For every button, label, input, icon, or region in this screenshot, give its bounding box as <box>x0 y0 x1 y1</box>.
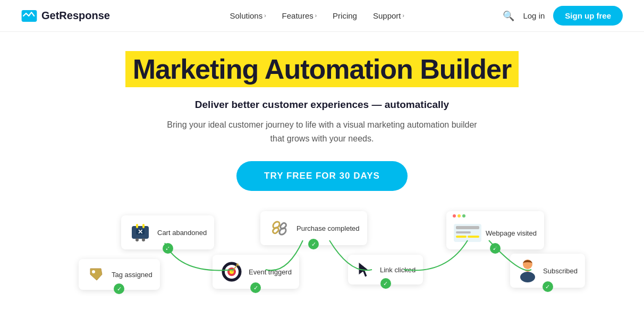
node-label: Link clicked <box>380 266 416 274</box>
nav-item-solutions[interactable]: Solutions › <box>224 7 273 24</box>
check-icon: ✓ <box>250 282 261 293</box>
nav-item-pricing[interactable]: Pricing <box>326 7 363 24</box>
node-webpage-visited: Webpage visited ✓ <box>446 211 544 249</box>
node-label: Tag assigned <box>112 271 152 279</box>
chain-icon <box>268 216 291 240</box>
hero-subtitle: Deliver better customer experiences — au… <box>195 99 449 111</box>
automation-preview: ✕ Cart abandoned ✓ Purchase completed ✓ <box>0 206 644 302</box>
webpage-dots <box>453 214 465 218</box>
check-icon: ✓ <box>490 243 501 254</box>
node-label: Subscribed <box>543 267 578 275</box>
svg-rect-3 <box>142 224 145 228</box>
nav-item-support[interactable]: Support › <box>367 7 411 24</box>
chevron-icon: › <box>264 13 266 19</box>
nav-links: Solutions › Features › Pricing Support › <box>131 7 503 24</box>
check-icon: ✓ <box>114 283 124 294</box>
svg-point-4 <box>135 238 139 241</box>
logo-icon <box>21 10 37 22</box>
nav-item-features[interactable]: Features › <box>276 7 324 24</box>
node-subscribed: Subscribed ✓ <box>510 254 585 288</box>
logo[interactable]: GetResponse <box>21 10 110 22</box>
node-tag-assigned: Tag assigned ✓ <box>79 259 160 290</box>
cart-icon: ✕ <box>129 221 152 244</box>
svg-text:✕: ✕ <box>138 228 143 236</box>
check-icon: ✓ <box>543 281 553 292</box>
svg-point-17 <box>92 270 95 273</box>
cursor-icon <box>355 260 375 279</box>
svg-rect-14 <box>456 231 471 233</box>
node-label: Event triggerd <box>249 268 292 276</box>
person-icon <box>518 259 538 282</box>
check-icon: ✓ <box>380 278 391 289</box>
nav-right: 🔍 Log in Sign up free <box>503 6 623 26</box>
svg-rect-16 <box>468 236 479 238</box>
login-link[interactable]: Log in <box>523 11 545 20</box>
svg-point-10 <box>272 221 281 230</box>
node-purchase-completed: Purchase completed ✓ <box>260 211 367 245</box>
node-label: Webpage visited <box>486 229 537 237</box>
logo-text: GetResponse <box>41 10 110 22</box>
target-icon <box>220 260 243 283</box>
check-icon: ✓ <box>308 239 319 249</box>
tag-icon <box>86 264 106 285</box>
hero-section: Marketing Automation Builder Deliver bet… <box>0 32 644 191</box>
navbar: GetResponse Solutions › Features › Prici… <box>0 0 644 32</box>
svg-point-5 <box>142 238 145 241</box>
svg-point-26 <box>520 272 535 282</box>
chevron-icon: › <box>403 13 404 19</box>
svg-rect-2 <box>136 224 138 228</box>
node-label: Purchase completed <box>296 224 360 232</box>
search-icon[interactable]: 🔍 <box>503 10 514 22</box>
svg-rect-13 <box>456 226 479 229</box>
check-icon: ✓ <box>163 243 173 254</box>
node-event-triggered: Event triggerd ✓ <box>213 255 299 289</box>
signup-button[interactable]: Sign up free <box>553 6 623 26</box>
node-link-clicked: Link clicked ✓ <box>348 255 423 285</box>
cta-button[interactable]: TRY FREE FOR 30 DAYS <box>236 161 408 191</box>
webpage-icon <box>454 224 481 242</box>
hero-description: Bring your ideal customer journey to lif… <box>163 118 481 145</box>
svg-marker-24 <box>359 262 369 277</box>
node-cart-abandoned: ✕ Cart abandoned ✓ <box>121 215 214 249</box>
svg-point-11 <box>278 227 287 236</box>
svg-rect-15 <box>456 236 467 238</box>
chevron-icon: › <box>315 13 317 19</box>
node-label: Cart abandoned <box>157 229 207 237</box>
hero-title: Marketing Automation Builder <box>125 51 519 87</box>
